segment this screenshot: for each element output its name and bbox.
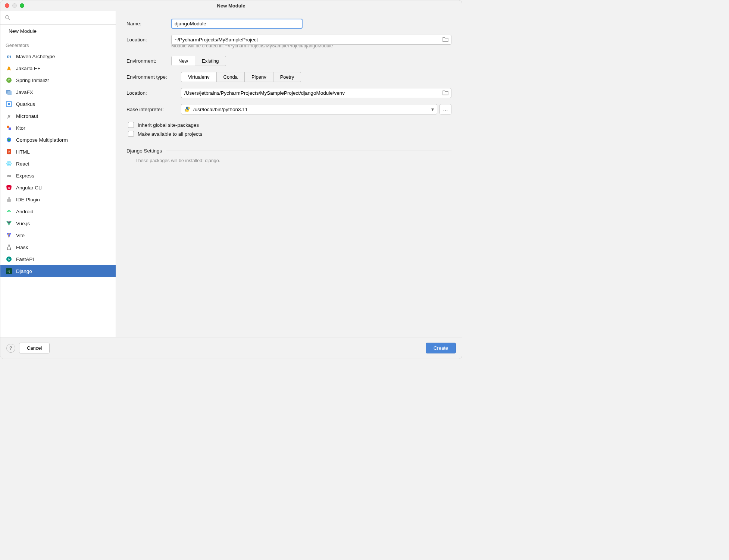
- gen-spring-initializr[interactable]: Spring Initializr: [0, 74, 116, 86]
- envtype-virtualenv-button[interactable]: Virtualenv: [181, 72, 217, 82]
- form-panel: Name: Location: Module will be created i…: [116, 11, 462, 337]
- gen-label: IDE Plugin: [16, 197, 40, 202]
- chevron-down-icon: ▾: [431, 106, 434, 112]
- dialog-footer: ? Cancel Create: [0, 337, 462, 359]
- javafx-icon: [6, 89, 12, 95]
- venv-location-input[interactable]: [181, 88, 451, 98]
- gen-label: Jakarta EE: [16, 66, 41, 71]
- gen-label: JavaFX: [16, 89, 33, 95]
- svg-rect-20: [9, 197, 10, 199]
- gen-express[interactable]: ex Express: [0, 170, 116, 182]
- interpreter-more-button[interactable]: …: [439, 104, 451, 114]
- gen-ide-plugin[interactable]: IDE Plugin: [0, 194, 116, 205]
- envtype-conda-button[interactable]: Conda: [217, 72, 245, 82]
- name-input[interactable]: [171, 19, 303, 29]
- available-checkbox-row[interactable]: Make available to all projects: [126, 129, 451, 138]
- folder-icon[interactable]: [442, 37, 448, 43]
- envtype-poetry-button[interactable]: Poetry: [273, 72, 301, 82]
- svg-rect-18: [7, 199, 11, 202]
- maximize-window-button[interactable]: [20, 3, 24, 8]
- env-type-label: Environment type:: [126, 74, 181, 80]
- gen-react[interactable]: React: [0, 158, 116, 170]
- search-input[interactable]: [3, 13, 113, 22]
- generators-label: Generators: [0, 38, 116, 50]
- close-window-button[interactable]: [5, 3, 9, 8]
- gen-quarkus[interactable]: Quarkus: [0, 98, 116, 110]
- packages-hint: These packages will be installed: django…: [126, 158, 451, 163]
- minimize-window-button[interactable]: [12, 3, 17, 8]
- compose-icon: [6, 136, 12, 143]
- create-button[interactable]: Create: [426, 343, 456, 353]
- cancel-button[interactable]: Cancel: [19, 343, 50, 353]
- gen-compose-multiplatform[interactable]: Compose Multiplatform: [0, 134, 116, 146]
- svg-point-21: [8, 211, 9, 212]
- quarkus-icon: [6, 101, 12, 107]
- environment-label: Environment:: [126, 58, 171, 64]
- inherit-label: Inherit global site-packages: [138, 122, 199, 128]
- svg-text:A: A: [8, 186, 10, 190]
- svg-point-6: [8, 103, 10, 105]
- gen-micronaut[interactable]: μ Micronaut: [0, 110, 116, 122]
- gen-vite[interactable]: Vite: [0, 229, 116, 241]
- available-checkbox[interactable]: [128, 131, 134, 137]
- gen-android[interactable]: Android: [0, 205, 116, 217]
- gen-label: Flask: [16, 245, 28, 250]
- gen-maven-archetype[interactable]: m Maven Archetype: [0, 50, 116, 62]
- search-icon: [5, 15, 10, 21]
- gen-ktor[interactable]: Ktor: [0, 122, 116, 134]
- vue-icon: [6, 220, 12, 227]
- envtype-pipenv-button[interactable]: Pipenv: [245, 72, 273, 82]
- divider: [166, 151, 451, 151]
- maven-icon: m: [6, 53, 12, 60]
- django-settings-header: Django Settings: [126, 148, 451, 154]
- gen-label: Compose Multiplatform: [16, 137, 68, 143]
- new-module-dialog: New Module New Module Generators m Maven…: [0, 0, 462, 359]
- gen-fastapi[interactable]: FastAPI: [0, 253, 116, 265]
- html-icon: 5: [6, 148, 12, 155]
- interpreter-value: /usr/local/bin/python3.11: [193, 107, 248, 112]
- gen-label: React: [16, 161, 29, 167]
- base-interpreter-dropdown[interactable]: /usr/local/bin/python3.11 ▾: [181, 104, 437, 114]
- gen-vuejs[interactable]: Vue.js: [0, 217, 116, 229]
- help-button[interactable]: ?: [6, 344, 15, 353]
- gen-label: Ktor: [16, 125, 25, 131]
- angular-icon: A: [6, 184, 12, 191]
- svg-point-2: [6, 78, 12, 83]
- folder-icon[interactable]: [442, 90, 448, 96]
- plugin-icon: [6, 196, 12, 203]
- venv-location-label: Location:: [126, 90, 181, 96]
- inherit-checkbox[interactable]: [128, 122, 134, 128]
- gen-label: Quarkus: [16, 101, 35, 107]
- svg-point-22: [9, 211, 10, 212]
- gen-label: Express: [16, 173, 34, 179]
- express-icon: ex: [6, 172, 12, 179]
- svg-line-1: [9, 19, 10, 20]
- vite-icon: [6, 232, 12, 239]
- ktor-icon: [6, 125, 12, 131]
- android-icon: [6, 208, 12, 215]
- sidebar-item-new-module[interactable]: New Module: [0, 25, 116, 38]
- svg-rect-8: [9, 128, 11, 130]
- gen-html[interactable]: 5 HTML: [0, 146, 116, 158]
- gen-label: Spring Initializr: [16, 78, 49, 83]
- gen-javafx[interactable]: JavaFX: [0, 86, 116, 98]
- flask-icon: [6, 244, 12, 251]
- micronaut-icon: μ: [6, 113, 12, 119]
- dialog-content: New Module Generators m Maven Archetype …: [0, 11, 462, 337]
- gen-jakarta-ee[interactable]: Jakarta EE: [0, 62, 116, 74]
- django-section-label: Django Settings: [126, 148, 162, 154]
- gen-angular-cli[interactable]: A Angular CLI: [0, 182, 116, 194]
- location-input[interactable]: [171, 35, 451, 45]
- env-new-button[interactable]: New: [172, 56, 195, 66]
- gen-flask[interactable]: Flask: [0, 241, 116, 253]
- gen-label: Maven Archetype: [16, 54, 55, 59]
- svg-text:5: 5: [8, 150, 10, 153]
- gen-label: Angular CLI: [16, 185, 43, 191]
- svg-rect-4: [7, 91, 12, 95]
- svg-point-0: [6, 16, 9, 19]
- gen-label: Django: [16, 268, 32, 274]
- gen-django[interactable]: dj Django: [0, 265, 116, 277]
- inherit-checkbox-row[interactable]: Inherit global site-packages: [126, 120, 451, 129]
- env-existing-button[interactable]: Existing: [195, 56, 226, 66]
- location-label: Location:: [126, 37, 171, 43]
